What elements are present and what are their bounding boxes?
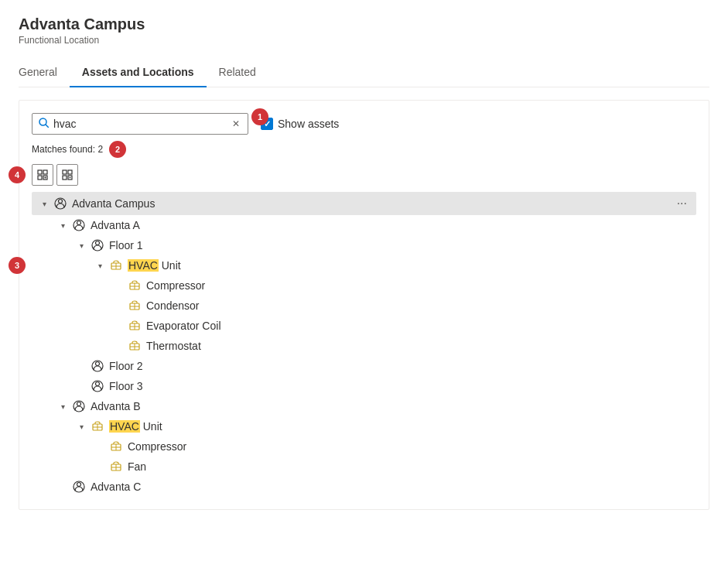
search-box: ✕ — [32, 113, 248, 135]
asset-icon-condensor-1 — [128, 299, 142, 313]
tree-row-condensor-1[interactable]: ▾ Condensor — [32, 296, 696, 316]
location-icon-advanta-b — [72, 399, 86, 413]
callout-2: 2 — [109, 141, 126, 158]
svg-rect-3 — [43, 170, 47, 174]
chevron-hvac-unit-2: ▾ — [75, 420, 87, 433]
tree-node-advanta-a: ▾ Advanta A ▾ — [32, 215, 696, 396]
tree-row-hvac-unit-2[interactable]: ▾ HVAC Unit — [32, 416, 696, 436]
svg-point-38 — [77, 402, 81, 406]
tree-row-advanta-campus[interactable]: ▾ Advanta Campus ··· — [32, 192, 696, 215]
asset-icon-evaporator-coil-1 — [128, 319, 142, 333]
asset-icon-fan-1 — [109, 460, 123, 474]
search-row: ✕ 1 Show assets — [32, 113, 696, 135]
tree-node-advanta-campus: ▾ Advanta Campus ··· ▾ — [32, 192, 696, 497]
tab-general[interactable]: General — [19, 58, 70, 87]
node-label-hvac-unit-1: HVAC Unit — [128, 259, 692, 272]
svg-point-13 — [59, 200, 63, 204]
node-label-evaporator-coil-1: Evaporator Coil — [146, 320, 692, 332]
asset-icon-thermostat-1 — [128, 339, 142, 353]
search-icon — [39, 118, 49, 130]
svg-rect-10 — [63, 176, 67, 180]
chevron-hvac-unit-1: ▾ — [94, 259, 106, 272]
page-title: Advanta Campus — [19, 15, 709, 33]
tab-related[interactable]: Related — [207, 58, 268, 87]
svg-rect-9 — [68, 170, 72, 174]
tree-row-compressor-2[interactable]: ▾ Compressor — [32, 436, 696, 457]
tree-row-evaporator-coil-1[interactable]: ▾ Evaporator Coil — [32, 316, 696, 336]
node-label-compressor-2: Compressor — [128, 440, 692, 453]
tree-node-hvac-unit-2: ▾ HVAC Unit — [32, 416, 696, 477]
node-label-thermostat-1: Thermostat — [146, 340, 692, 352]
node-label-advanta-c: Advanta C — [91, 481, 692, 493]
svg-point-36 — [96, 382, 100, 386]
svg-point-34 — [96, 362, 100, 366]
tree-row-advanta-c[interactable]: ▾ Advanta C — [32, 477, 696, 497]
tree-row-floor-2[interactable]: ▾ Floor 2 — [32, 356, 696, 376]
node-label-advanta-campus: Advanta Campus — [72, 197, 672, 210]
asset-icon-compressor-2 — [109, 440, 123, 453]
tree-row-floor-1[interactable]: ▾ Floor 1 — [32, 235, 696, 255]
svg-rect-8 — [63, 170, 67, 174]
asset-icon-compressor-1 — [128, 279, 142, 292]
location-icon-floor-1 — [91, 238, 104, 252]
node-label-compressor-1: Compressor — [146, 279, 692, 292]
location-icon-floor-3 — [91, 379, 104, 393]
svg-rect-4 — [38, 176, 42, 180]
tree-row-fan-1[interactable]: ▾ Fan — [32, 457, 696, 477]
asset-icon-hvac-unit-1 — [109, 258, 123, 272]
node-label-advanta-a: Advanta A — [91, 219, 692, 231]
tree-node-advanta-b: ▾ Advanta B ▾ — [32, 396, 696, 477]
location-icon-advanta-c — [72, 480, 86, 494]
tree-row-hvac-unit-1[interactable]: 3 ▾ HVAC Uni — [32, 255, 696, 275]
page-header: Advanta Campus Functional Location — [19, 15, 709, 46]
node-label-advanta-b: Advanta B — [91, 400, 692, 412]
location-icon-advanta-campus — [53, 197, 67, 210]
page-subtitle: Functional Location — [19, 35, 709, 46]
highlight-hvac-2: HVAC — [109, 420, 140, 433]
node-label-floor-1: Floor 1 — [109, 239, 692, 251]
svg-point-15 — [77, 221, 81, 225]
tab-assets-locations[interactable]: Assets and Locations — [70, 58, 207, 87]
page-container: Advanta Campus Functional Location Gener… — [0, 0, 728, 525]
node-label-floor-3: Floor 3 — [109, 380, 692, 392]
more-options-advanta-campus[interactable]: ··· — [672, 195, 692, 212]
svg-line-1 — [46, 125, 49, 128]
tree-row-thermostat-1[interactable]: ▾ Thermostat — [32, 336, 696, 356]
expand-all-button[interactable] — [32, 164, 53, 186]
tree-row-floor-3[interactable]: ▾ Floor 3 — [32, 376, 696, 396]
highlight-hvac-1: HVAC — [128, 259, 159, 272]
matches-row: Matches found: 2 2 — [32, 141, 696, 158]
show-assets-label: Show assets — [278, 118, 339, 130]
node-label-fan-1: Fan — [128, 460, 692, 473]
location-icon-floor-2 — [91, 359, 104, 373]
search-clear-button[interactable]: ✕ — [231, 117, 241, 131]
svg-point-49 — [77, 483, 81, 487]
collapse-all-button[interactable] — [56, 164, 78, 186]
tree-node-floor-1: ▾ Floor 1 — [32, 235, 696, 356]
search-input[interactable] — [53, 118, 231, 130]
chevron-advanta-campus: ▾ — [38, 197, 50, 210]
asset-icon-hvac-unit-2 — [91, 419, 104, 433]
svg-rect-2 — [38, 170, 42, 174]
tab-bar: General Assets and Locations Related — [19, 58, 709, 87]
chevron-advanta-a: ▾ — [56, 219, 69, 231]
tree-node-hvac-unit-1: 3 ▾ HVAC Uni — [32, 255, 696, 356]
node-label-hvac-unit-2: HVAC Unit — [109, 420, 692, 433]
matches-found-text: Matches found: 2 — [32, 144, 103, 155]
content-panel: ✕ 1 Show assets Matches found: 2 2 4 — [19, 100, 709, 510]
chevron-advanta-b: ▾ — [56, 400, 69, 412]
chevron-floor-1: ▾ — [75, 239, 87, 251]
svg-point-17 — [96, 241, 100, 245]
node-label-floor-2: Floor 2 — [109, 360, 692, 372]
tree-row-compressor-1[interactable]: ▾ Compressor — [32, 275, 696, 296]
location-icon-advanta-a — [72, 218, 86, 232]
callout-4: 4 — [9, 166, 26, 183]
node-label-condensor-1: Condensor — [146, 299, 692, 312]
asset-tree: ▾ Advanta Campus ··· ▾ — [32, 192, 696, 497]
tree-row-advanta-a[interactable]: ▾ Advanta A — [32, 215, 696, 235]
callout-3: 3 — [9, 257, 26, 274]
callout-1: 1 — [251, 108, 268, 125]
tree-row-advanta-b[interactable]: ▾ Advanta B — [32, 396, 696, 416]
